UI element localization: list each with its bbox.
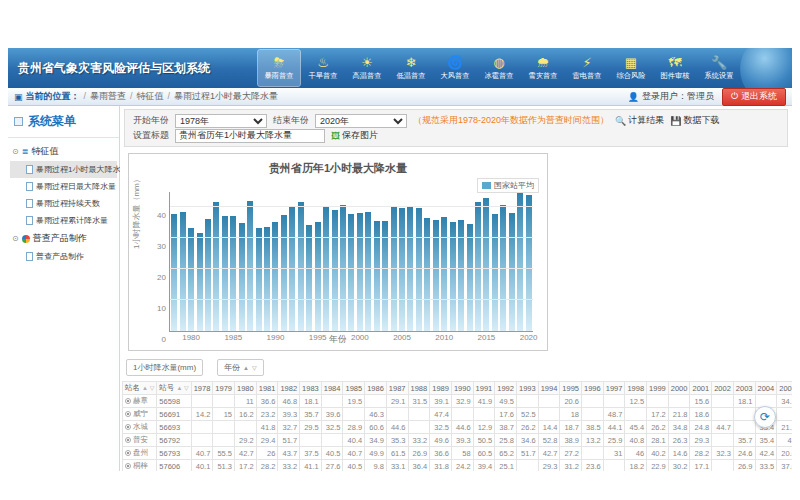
col-header-year-1989[interactable]: 1989: [430, 382, 452, 395]
bar-2014[interactable]: [475, 202, 481, 331]
bar-1994[interactable]: [306, 225, 312, 331]
table-row[interactable]: 盘州5679340.755.542.72643.737.540.540.749.…: [123, 447, 793, 460]
bar-2000[interactable]: [357, 213, 363, 331]
col-header-year-2001[interactable]: 2001: [690, 382, 712, 395]
nav-item-drought[interactable]: ♨ 干旱普查: [302, 50, 344, 86]
tree-group-普查产品制作[interactable]: ⊙ 普查产品制作: [10, 229, 117, 248]
bar-2011[interactable]: [450, 222, 456, 331]
bar-1985[interactable]: [230, 216, 236, 331]
bar-2019[interactable]: [517, 193, 523, 331]
row-select-radio[interactable]: [125, 411, 131, 417]
col-header-year-1986[interactable]: 1986: [365, 382, 387, 395]
bar-1979[interactable]: [180, 212, 186, 331]
col-header-year-2003[interactable]: 2003: [733, 382, 755, 395]
sidebar-item-暴雨过程1小时最大降水量[interactable]: 暴雨过程1小时最大降水量: [10, 161, 117, 178]
col-header-year-1999[interactable]: 1999: [647, 382, 669, 395]
table-row[interactable]: 威宁5669114.21516.223.239.335.739.646.347.…: [123, 408, 793, 421]
nav-item-map-review[interactable]: 🗺 图件审核: [654, 50, 696, 86]
bar-1978[interactable]: [171, 214, 177, 331]
nav-item-low-temp[interactable]: ❄ 低温普查: [390, 50, 432, 86]
chart-legend[interactable]: 国家站平均: [477, 178, 539, 193]
bar-1996[interactable]: [323, 207, 329, 331]
calculate-button[interactable]: 🔍 计算结果: [615, 114, 664, 127]
nav-item-wind[interactable]: 🌀 大风普查: [434, 50, 476, 86]
sidebar-item-暴雨过程持续天数[interactable]: 暴雨过程持续天数: [10, 195, 117, 212]
bar-1993[interactable]: [298, 202, 304, 331]
nav-item-risk-calculator[interactable]: ▦ 综合风险: [610, 50, 652, 86]
bar-2013[interactable]: [467, 224, 473, 331]
bar-2005[interactable]: [399, 208, 405, 331]
nav-item-lightning[interactable]: ⚡ 雷电普查: [566, 50, 608, 86]
bar-2006[interactable]: [407, 207, 413, 331]
nav-item-high-temp[interactable]: ☀ 高温普查: [346, 50, 388, 86]
year-column-chip[interactable]: 年份 ▲ ▽: [217, 359, 264, 376]
row-select-radio[interactable]: [125, 398, 131, 404]
bar-2008[interactable]: [424, 218, 430, 331]
bar-2018[interactable]: [509, 213, 515, 331]
bar-1986[interactable]: [239, 223, 245, 331]
end-year-select[interactable]: 2020年: [315, 114, 407, 128]
refresh-button[interactable]: ⟳: [754, 406, 776, 428]
nav-item-hail[interactable]: ◍ 冰雹普查: [478, 50, 520, 86]
bar-2004[interactable]: [391, 207, 397, 331]
bar-1997[interactable]: [332, 210, 338, 331]
row-select-radio[interactable]: [125, 437, 131, 443]
bar-1983[interactable]: [213, 202, 219, 331]
save-image-button[interactable]: 🖼 保存图片: [331, 129, 378, 142]
bar-2015[interactable]: [483, 198, 489, 331]
chart-title-input[interactable]: [175, 129, 325, 143]
sidebar-item-暴雨过程累计降水量[interactable]: 暴雨过程累计降水量: [10, 212, 117, 229]
expander-icon[interactable]: ⊙: [12, 234, 19, 243]
bar-1981[interactable]: [197, 233, 203, 331]
nav-item-rainstorm[interactable]: ⛈ 暴雨普查: [258, 50, 300, 86]
table-row[interactable]: 普安5679229.229.451.740.434.935.333.249.63…: [123, 434, 793, 447]
col-header-year-1995[interactable]: 1995: [560, 382, 582, 395]
col-header-year-1990[interactable]: 1990: [451, 382, 473, 395]
sidebar-item-普查产品制作[interactable]: 普查产品制作: [10, 248, 117, 265]
nav-item-snow[interactable]: 🌨 雪灾普查: [522, 50, 564, 86]
col-header-year-1985[interactable]: 1985: [343, 382, 365, 395]
col-header-year-1983[interactable]: 1983: [300, 382, 322, 395]
download-button[interactable]: 💾 数据下载: [670, 114, 719, 127]
breadcrumb-item[interactable]: 暴雨过程1小时最大降水量: [174, 91, 278, 101]
breadcrumb-item[interactable]: 暴雨普查: [90, 91, 126, 101]
col-header-year-1984[interactable]: 1984: [321, 382, 343, 395]
row-select-radio[interactable]: [125, 450, 131, 456]
bar-1984[interactable]: [222, 216, 228, 331]
bar-1995[interactable]: [315, 222, 321, 331]
expander-icon[interactable]: ⊙: [12, 147, 19, 156]
col-header-year-1981[interactable]: 1981: [256, 382, 278, 395]
bar-1990[interactable]: [272, 222, 278, 331]
bar-2010[interactable]: [441, 217, 447, 331]
breadcrumb-item[interactable]: 特征值: [137, 91, 164, 101]
bar-2007[interactable]: [416, 208, 422, 331]
col-header-station-id[interactable]: 站号 ▲ ▽: [157, 382, 191, 395]
bar-2020[interactable]: [526, 195, 532, 331]
logout-button[interactable]: ⏻ 退出系统: [722, 88, 786, 106]
nav-item-settings[interactable]: 🔧 系统设置: [698, 50, 740, 86]
col-header-year-1997[interactable]: 1997: [603, 382, 625, 395]
table-row[interactable]: 桐梓5760640.151.317.228.233.241.127.640.59…: [123, 460, 793, 472]
start-year-select[interactable]: 1978年: [175, 114, 267, 128]
col-header-year-1992[interactable]: 1992: [495, 382, 517, 395]
bar-2001[interactable]: [365, 212, 371, 331]
bar-2016[interactable]: [492, 214, 498, 331]
col-header-year-2005[interactable]: 2005: [777, 382, 792, 395]
bar-1991[interactable]: [281, 215, 287, 331]
col-header-station[interactable]: 站名 ▲ ▽: [123, 382, 157, 395]
row-select-radio[interactable]: [125, 424, 131, 430]
col-header-year-1988[interactable]: 1988: [408, 382, 430, 395]
col-header-year-1982[interactable]: 1982: [278, 382, 300, 395]
col-header-year-1979[interactable]: 1979: [213, 382, 235, 395]
col-header-year-1994[interactable]: 1994: [538, 382, 560, 395]
col-header-year-1980[interactable]: 1980: [235, 382, 257, 395]
col-header-year-2004[interactable]: 2004: [755, 382, 777, 395]
col-header-year-2000[interactable]: 2000: [668, 382, 690, 395]
bar-1987[interactable]: [247, 201, 253, 331]
tree-group-特征值[interactable]: ⊙≣ 特征值: [10, 142, 117, 161]
col-header-year-1993[interactable]: 1993: [516, 382, 538, 395]
col-header-year-1991[interactable]: 1991: [473, 382, 495, 395]
row-select-radio[interactable]: [125, 463, 131, 469]
col-header-year-1987[interactable]: 1987: [386, 382, 408, 395]
bar-1989[interactable]: [264, 227, 270, 331]
